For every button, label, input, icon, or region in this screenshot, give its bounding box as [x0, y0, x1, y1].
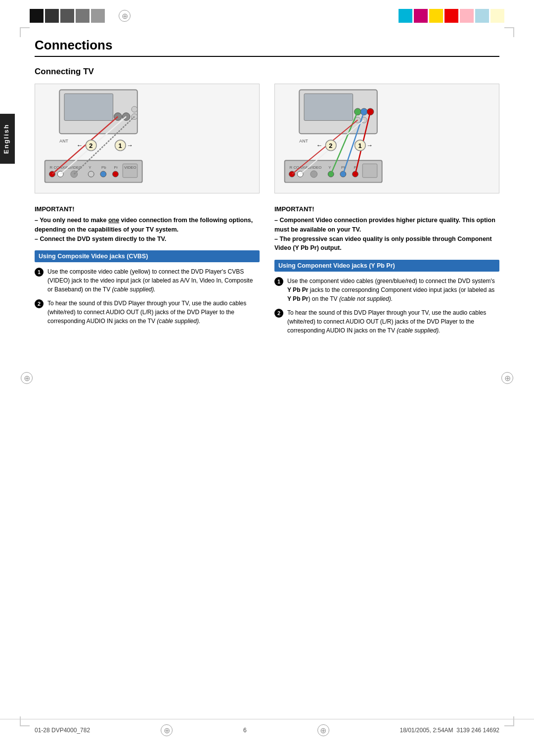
svg-rect-31 [304, 94, 353, 120]
important-right-text: – Component Video connection provides hi… [274, 216, 499, 253]
component-item-1: 1 Use the component video cables (green/… [274, 277, 499, 303]
page-title: Connections [35, 38, 499, 57]
important-left-title: IMPORTANT! [35, 205, 260, 213]
component-list-num-2: 2 [274, 309, 283, 318]
color-bar: ⊕ [0, 0, 534, 23]
cvbs-item-1-text: Use the composite video cable (yellow) t… [47, 267, 260, 294]
svg-point-15 [100, 171, 106, 177]
language-label: English [0, 114, 15, 164]
section-title: Connecting TV [35, 67, 499, 77]
svg-rect-50 [362, 164, 377, 178]
component-list-num-1: 1 [274, 277, 283, 286]
important-left: IMPORTANT! – You only need to make one v… [35, 205, 260, 243]
svg-text:←: ← [316, 142, 323, 149]
list-num-2: 2 [35, 299, 44, 308]
svg-text:ANT: ANT [59, 139, 68, 143]
footer-crosshair: ⊕ [161, 724, 173, 736]
svg-text:←: ← [77, 142, 83, 149]
corner-mark-tl [20, 27, 30, 37]
footer-crosshair-2: ⊕ [317, 724, 329, 736]
black-swatches [30, 9, 105, 23]
diagram-component: ANT R COAXIAL *VIDEO Y Pb Pr [274, 84, 499, 193]
component-item-1-text: Use the component video cables (green/bl… [287, 277, 499, 303]
svg-text:VIDEO: VIDEO [124, 165, 136, 170]
svg-point-17 [113, 171, 119, 177]
section-header-cvbs: Using Composite Video jacks (CVBS) [35, 250, 260, 262]
svg-text:1: 1 [358, 142, 361, 149]
component-item-2: 2 To hear the sound of this DVD Player t… [274, 308, 499, 335]
page-number: 6 [243, 727, 247, 734]
svg-point-42 [311, 171, 317, 178]
svg-text:2: 2 [89, 142, 92, 149]
component-list: 1 Use the component video cables (green/… [274, 277, 499, 335]
cvbs-list: 1 Use the composite video cable (yellow)… [35, 267, 260, 326]
important-right-title: IMPORTANT! [274, 205, 499, 213]
svg-text:Pb: Pb [101, 165, 106, 170]
svg-text:2: 2 [329, 142, 332, 149]
important-left-text: – You only need to make one video connec… [35, 216, 260, 243]
svg-text:Y: Y [89, 165, 91, 170]
corner-mark-tr [504, 27, 514, 37]
cvbs-item-1: 1 Use the composite video cable (yellow)… [35, 267, 260, 294]
svg-text:1: 1 [118, 142, 122, 149]
crosshair-left: ⊕ [21, 372, 33, 384]
main-content: Connections Connecting TV ANT R COAXIAL [0, 28, 534, 360]
cvbs-item-2: 2 To hear the sound of this DVD Player t… [35, 299, 260, 326]
svg-rect-1 [64, 94, 113, 120]
svg-text:Pr: Pr [114, 165, 118, 170]
footer-right: 18/01/2005, 2:54AM 3139 246 14692 [400, 727, 499, 734]
svg-text:→: → [127, 142, 133, 149]
svg-text:→: → [366, 142, 373, 149]
svg-point-13 [88, 171, 94, 177]
color-swatches [399, 9, 504, 23]
col-left: IMPORTANT! – You only need to make one v… [35, 205, 260, 340]
two-column-content: IMPORTANT! – You only need to make one v… [35, 205, 499, 340]
important-right: IMPORTANT! – Component Video connection … [274, 205, 499, 253]
list-num-1: 1 [35, 268, 44, 277]
col-right: IMPORTANT! – Component Video connection … [274, 205, 499, 340]
diagrams-row: ANT R COAXIAL *VIDEO Y Pb Pr VIDEO [35, 84, 499, 193]
crosshair-top: ⊕ [105, 10, 144, 22]
component-item-2-text: To hear the sound of this DVD Player thr… [287, 308, 499, 335]
svg-text:ANT: ANT [299, 139, 308, 143]
diagram-composite: ANT R COAXIAL *VIDEO Y Pb Pr VIDEO [35, 84, 260, 193]
cvbs-item-2-text: To hear the sound of this DVD Player thr… [47, 299, 260, 326]
footer: 01-28 DVP4000_782 ⊕ 6 ⊕ 18/01/2005, 2:54… [0, 719, 534, 741]
svg-text:Y: Y [328, 165, 331, 170]
footer-left: 01-28 DVP4000_782 [35, 727, 90, 734]
svg-point-4 [132, 106, 137, 112]
crosshair-right: ⊕ [501, 372, 513, 384]
section-header-component: Using Component Video jacks (Y Pb Pr) [274, 260, 499, 272]
